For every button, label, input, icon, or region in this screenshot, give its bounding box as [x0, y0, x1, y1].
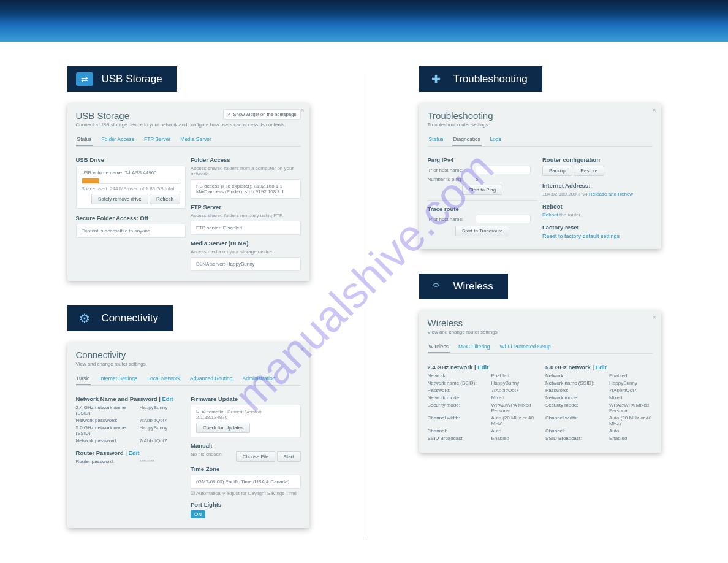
- trace-host-input[interactable]: [476, 215, 531, 223]
- portlights-label: Port Lights: [191, 501, 301, 508]
- tz-label: Time Zone: [191, 465, 301, 472]
- choose-file-button[interactable]: Choose File: [236, 451, 276, 462]
- safe-remove-button[interactable]: Safely remove drive: [91, 194, 148, 204]
- tab-internet[interactable]: Internet Settings: [98, 373, 138, 385]
- manual-note: No file chosen: [191, 451, 222, 457]
- usb-tabs: Status Folder Access FTP Server Media Se…: [76, 134, 301, 147]
- tab-basic[interactable]: Basic: [76, 373, 91, 385]
- conn-badge: ⚙ Connectivity: [67, 305, 173, 331]
- release-renew-link[interactable]: Release and Renew: [589, 191, 633, 197]
- conn-tabs: Basic Internet Settings Local Network Ad…: [76, 373, 301, 386]
- ftp-sub: Access shared folders remotely using FTP…: [191, 213, 301, 218]
- tz-select[interactable]: (GMT-08:00) Pacific Time (USA & Canada): [191, 475, 301, 489]
- conn-block: ⚙ Connectivity × Connectivity View and c…: [67, 305, 309, 528]
- kv-label: Network:: [545, 373, 602, 378]
- kv-value: Auto: [609, 428, 619, 434]
- ping-num-label: Number to ping:: [428, 177, 471, 182]
- tab-folder-access[interactable]: Folder Access: [100, 134, 135, 146]
- trouble-badge-label: Troubleshooting: [453, 73, 528, 85]
- trace-label: Trace route: [428, 205, 538, 212]
- tab-mac[interactable]: MAC Filtering: [457, 341, 491, 353]
- secure-folder-label: Secure Folder Access: Off: [76, 215, 186, 221]
- trace-host-label: IP or host name:: [428, 216, 471, 222]
- fw-auto: Automatic: [202, 409, 224, 415]
- ping-host-input[interactable]: [476, 166, 531, 174]
- kv-label: 5.0 GHz network name (SSID):: [76, 425, 132, 436]
- start-button[interactable]: Start: [277, 451, 301, 462]
- inet-addr-label: Internet Address:: [542, 182, 653, 189]
- tab-media[interactable]: Media Server: [179, 134, 213, 146]
- edit-link[interactable]: Edit: [477, 364, 488, 370]
- media-box: DLNA server: HappyBunny: [191, 257, 301, 271]
- reboot-link[interactable]: Reboot: [542, 212, 558, 218]
- edit-link[interactable]: Edit: [596, 364, 607, 370]
- ping-num-value: 5: [476, 177, 478, 182]
- start-trace-button[interactable]: Start to Traceroute: [455, 226, 509, 236]
- kv-label: Channel width:: [545, 415, 602, 426]
- refresh-button[interactable]: Refresh: [150, 194, 180, 204]
- kv-label: Network mode:: [545, 395, 602, 400]
- router-config-label: Router configuration: [542, 156, 653, 163]
- close-icon[interactable]: ×: [301, 107, 305, 113]
- netname-pwd-label: Network Name and Password | Edit: [76, 396, 186, 402]
- usb-progress: [82, 178, 181, 184]
- tab-routing[interactable]: Advanced Routing: [189, 373, 233, 385]
- tab-wireless[interactable]: Wireless: [428, 341, 450, 353]
- conn-title: Connectivity: [76, 350, 301, 360]
- tab-ftp[interactable]: FTP Server: [143, 134, 172, 146]
- tab-status[interactable]: Status: [428, 134, 445, 146]
- edit-link[interactable]: Edit: [129, 450, 140, 456]
- folder-access-sub: Access shared folders from a computer on…: [191, 166, 301, 177]
- conn-badge-label: Connectivity: [102, 312, 159, 324]
- top-banner: [0, 0, 728, 42]
- kv-label: Password:: [428, 388, 484, 393]
- media-label: Media Server (DLNA): [191, 240, 301, 247]
- tab-diagnostics[interactable]: Diagnostics: [452, 134, 482, 146]
- tab-wps[interactable]: Wi-Fi Protected Setup: [499, 341, 552, 353]
- reboot-label: Reboot: [542, 203, 653, 210]
- kv-value: Auto (20 MHz or 40 MHz): [609, 415, 653, 426]
- kv-label: Channel:: [545, 428, 602, 434]
- kv-label: Network:: [428, 373, 484, 378]
- edit-link[interactable]: Edit: [162, 396, 173, 402]
- close-icon[interactable]: ×: [653, 314, 656, 321]
- kv-label: Channel:: [428, 428, 484, 434]
- trouble-tabs: Status Diagnostics Logs: [428, 134, 653, 147]
- close-icon[interactable]: ×: [653, 107, 656, 113]
- secure-folder-box: Content is accessible to anyone.: [76, 224, 186, 238]
- router-pwd-label: Router Password | Edit: [76, 450, 186, 456]
- net50-label: 5.0 GHz network | Edit: [545, 364, 653, 370]
- right-column: ✚ Troubleshooting × Troubleshooting Trou…: [382, 66, 697, 553]
- trouble-sub: Troubleshoot router settings: [428, 122, 653, 128]
- kv-value: WPA2/WPA Mixed Personal: [609, 402, 653, 413]
- ping-host-label: IP or host name:: [428, 167, 471, 173]
- homepage-widget-checkbox[interactable]: ✓ Show widget on the homepage: [223, 109, 300, 120]
- close-icon[interactable]: ×: [301, 346, 305, 353]
- reboot-note: the router.: [559, 212, 582, 218]
- factory-reset-link[interactable]: Reset to factory default settings: [542, 233, 620, 239]
- tab-admin[interactable]: Administration: [241, 373, 277, 385]
- fw-label: Firmware Update: [191, 396, 301, 402]
- conn-sub: View and change router settings: [76, 361, 301, 367]
- kv-label: Security mode:: [545, 402, 602, 413]
- tab-status[interactable]: Status: [76, 134, 93, 146]
- gears-icon: ⚙: [76, 312, 93, 325]
- wless-sub: View and change router settings: [428, 329, 653, 335]
- kv-value: HappyBunny: [140, 405, 168, 416]
- tab-logs[interactable]: Logs: [489, 134, 502, 146]
- tab-local[interactable]: Local Network: [146, 373, 181, 385]
- wifi-icon: ⌔: [428, 280, 445, 293]
- kv-value: WPA2/WPA Mixed Personal: [491, 402, 535, 413]
- check-updates-button[interactable]: Check for Updates: [196, 423, 250, 433]
- portlights-toggle[interactable]: ON: [191, 510, 205, 518]
- usb-panel: × ✓ Show widget on the homepage USB Stor…: [67, 103, 309, 281]
- usb-badge: ⇄ USB Storage: [67, 66, 177, 92]
- restore-button[interactable]: Restore: [574, 166, 604, 176]
- backup-button[interactable]: Backup: [542, 166, 572, 176]
- kv-value: Enabled: [491, 435, 509, 441]
- kv-value: Auto (20 MHz or 40 MHz): [491, 415, 535, 426]
- kv-value: Mixed: [609, 395, 622, 400]
- wless-panel: × Wireless View and change router settin…: [419, 310, 661, 453]
- usb-drive-label: USB Drive: [76, 156, 186, 163]
- start-ping-button[interactable]: Start to Ping: [462, 185, 502, 195]
